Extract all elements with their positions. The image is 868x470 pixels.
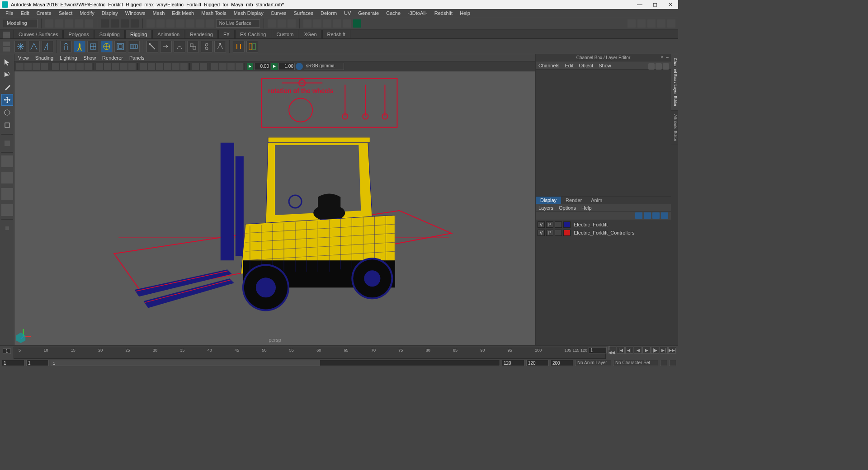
shelf-tab-curves-surfaces[interactable]: Curves / Surfaces	[14, 30, 63, 38]
skin-human-icon[interactable]	[74, 41, 85, 52]
menu-redshift[interactable]: Redshift	[431, 9, 456, 17]
play-back-button[interactable]: ◀	[634, 347, 642, 354]
panel-min-icon[interactable]: –	[665, 55, 670, 60]
shelf-tab-rigging[interactable]: Rigging	[125, 30, 152, 38]
menu-modify[interactable]: Modify	[76, 9, 98, 17]
menu-deform[interactable]: Deform	[317, 9, 340, 17]
shelf-tab-fx-caching[interactable]: FX Caching	[235, 30, 271, 38]
workspace-mode-select[interactable]: Modeling	[3, 19, 38, 28]
shelf-tab-sculpting[interactable]: Sculpting	[94, 30, 125, 38]
render-settings-icon[interactable]	[323, 19, 331, 28]
menu-edit-mesh[interactable]: Edit Mesh	[168, 9, 198, 17]
open-scene-icon[interactable]	[55, 19, 63, 28]
vp-icon[interactable]	[180, 63, 188, 70]
layout-grid-a[interactable]	[1, 155, 13, 167]
range-slider[interactable]: 1	[51, 360, 500, 366]
channel-menu-object[interactable]: Object	[579, 63, 593, 68]
new-scene-icon[interactable]	[45, 19, 53, 28]
lattice-b-icon[interactable]	[101, 41, 113, 52]
constraint-parent-icon[interactable]	[201, 41, 212, 52]
range-start-b[interactable]	[26, 360, 49, 366]
layer-row[interactable]: VPElectric_Forklift_Controllers	[537, 229, 670, 237]
vp-icon[interactable]	[164, 63, 171, 70]
layer-icon[interactable]	[652, 212, 660, 219]
range-start-a[interactable]	[2, 360, 24, 366]
autokey-icon[interactable]	[660, 360, 667, 366]
vp-icon[interactable]	[148, 63, 155, 70]
vp-icon[interactable]	[192, 63, 199, 70]
cluster-icon[interactable]	[128, 41, 140, 52]
channel-menu-show[interactable]: Show	[599, 63, 611, 68]
cur-frame-right[interactable]	[589, 347, 607, 353]
live-surface-icon[interactable]	[206, 19, 214, 28]
shelf-tab-custom[interactable]: Custom	[272, 30, 299, 38]
render-view-icon[interactable]	[333, 19, 341, 28]
constraint-point-icon[interactable]	[146, 41, 158, 52]
layer-menu-help[interactable]: Help	[581, 205, 592, 211]
vp-icon[interactable]	[33, 63, 40, 70]
vp-icon[interactable]	[219, 63, 226, 70]
joint-tool-icon[interactable]	[14, 41, 26, 52]
paint-tool[interactable]	[1, 81, 13, 93]
panel-close-icon[interactable]: ×	[659, 55, 665, 60]
panel-layout-e-icon[interactable]	[667, 19, 675, 28]
gamma-select[interactable]: sRGB gamma	[304, 63, 344, 70]
vp-icon[interactable]	[200, 63, 207, 70]
shelf-tab-xgen[interactable]: XGen	[299, 30, 321, 38]
lasso-select-icon[interactable]	[111, 19, 119, 28]
time-ruler[interactable]: 5101520253035404550556065707580859095100…	[14, 347, 606, 359]
render-frame-icon[interactable]	[303, 19, 311, 28]
layout-grid-d[interactable]	[1, 204, 13, 216]
snap-plane-icon[interactable]	[176, 19, 184, 28]
menu-curves[interactable]: Curves	[267, 9, 290, 17]
layer-row[interactable]: VPElectric_Forklift	[537, 221, 670, 229]
ipr-render-icon[interactable]	[313, 19, 321, 28]
character-set-select[interactable]: No Character Set	[613, 360, 658, 366]
range-end-a[interactable]	[502, 360, 524, 366]
vp-icon[interactable]	[68, 63, 75, 70]
vp-menu-view[interactable]: View	[18, 55, 29, 61]
cur-frame-left[interactable]: 1	[3, 348, 11, 354]
layout-grid-b[interactable]	[1, 172, 13, 183]
layer-vis-toggle[interactable]: V	[538, 230, 545, 236]
layer-tab-anim[interactable]: Anim	[586, 197, 607, 204]
shelf-tab-rendering[interactable]: Rendering	[185, 30, 218, 38]
extra-tool[interactable]	[1, 222, 13, 234]
vp-menu-lighting[interactable]: Lighting	[60, 55, 77, 61]
shelf-tab-polygons[interactable]: Polygons	[63, 30, 94, 38]
shelf-tab-fx[interactable]: FX	[218, 30, 235, 38]
maximize-button[interactable]: ◻	[647, 0, 663, 9]
step-back-key-button[interactable]: |◀	[617, 347, 625, 354]
vp-icon[interactable]	[227, 63, 235, 70]
set-driven-key-icon[interactable]	[246, 41, 258, 52]
menu-edit[interactable]: Edit	[17, 9, 33, 17]
soft-select-icon[interactable]	[131, 19, 139, 28]
vp-icon[interactable]	[16, 63, 24, 70]
near-clip-field[interactable]	[254, 63, 270, 70]
vp-icon[interactable]	[156, 63, 163, 70]
menu--dtoall-[interactable]: -3DtoAll-	[404, 9, 431, 17]
layer-tab-display[interactable]: Display	[536, 197, 561, 204]
menu-file[interactable]: File	[2, 9, 17, 17]
layer-menu-options[interactable]: Options	[559, 205, 576, 211]
snap-curve-icon[interactable]	[156, 19, 165, 28]
snap-grid-icon[interactable]	[146, 19, 155, 28]
select-tool[interactable]	[1, 56, 13, 68]
menu-uv[interactable]: UV	[340, 9, 354, 17]
toggle-icon-a[interactable]	[278, 19, 286, 28]
vp-icon[interactable]	[85, 63, 92, 70]
vp-icon[interactable]	[112, 63, 119, 70]
vp-icon[interactable]	[104, 63, 111, 70]
move-tool[interactable]	[1, 94, 13, 106]
layer-vis-toggle[interactable]: V	[538, 221, 545, 228]
panel-mode-icons[interactable]	[648, 63, 669, 70]
save-scene-icon[interactable]	[65, 19, 73, 28]
snap-surface-icon[interactable]	[186, 19, 194, 28]
far-clip-field[interactable]	[278, 63, 295, 70]
menu-display[interactable]: Display	[98, 9, 122, 17]
panel-layout-a-icon[interactable]	[627, 19, 636, 28]
ik-handle-icon[interactable]	[28, 41, 40, 52]
vp-menu-shading[interactable]: Shading	[35, 55, 53, 61]
range-end-b[interactable]	[526, 360, 549, 366]
vp-icon[interactable]	[24, 63, 32, 70]
